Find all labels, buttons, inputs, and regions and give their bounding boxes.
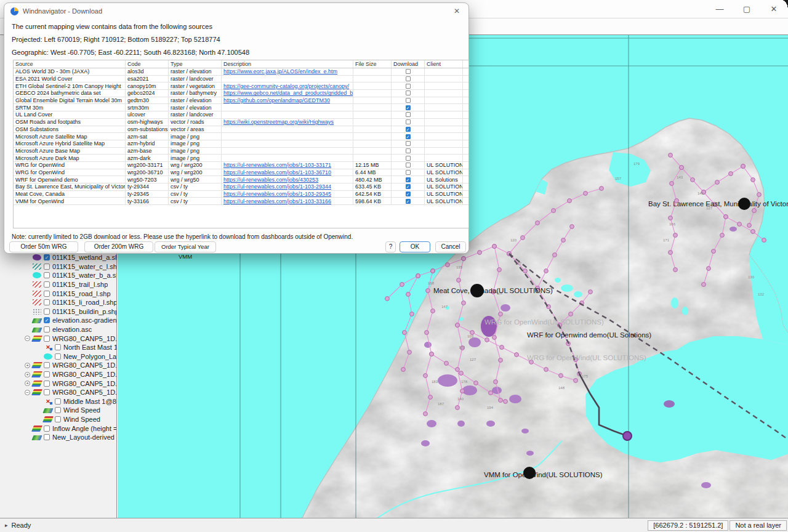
dialog-titlebar[interactable]: Windnavigator - Download ✕ xyxy=(4,3,468,19)
layer-visibility-checkbox[interactable] xyxy=(44,381,50,387)
turbine-node[interactable] xyxy=(515,353,519,357)
cancel-button[interactable]: Cancel xyxy=(435,241,466,252)
scrollbar-track[interactable] xyxy=(463,191,468,198)
turbine-node[interactable] xyxy=(460,389,465,393)
turbine-node[interactable] xyxy=(430,352,434,357)
expand-icon[interactable]: + xyxy=(25,381,30,386)
scrollbar-track[interactable] xyxy=(463,140,468,147)
help-button[interactable]: ? xyxy=(385,241,396,252)
turbine-node[interactable] xyxy=(751,178,755,182)
source-row[interactable]: Bay St. Lawrence East, Municipality of V… xyxy=(14,183,468,191)
download-checkbox[interactable] xyxy=(406,156,411,161)
layer-visibility-checkbox[interactable] xyxy=(44,326,50,332)
turbine-node[interactable] xyxy=(425,331,429,335)
layer-tree-item[interactable]: 011K15_li_road_l.shp xyxy=(25,298,116,307)
turbine-node[interactable] xyxy=(431,309,435,313)
turbine-node[interactable] xyxy=(400,283,404,287)
turbine-node[interactable] xyxy=(669,251,673,255)
ok-button[interactable]: OK xyxy=(400,241,430,252)
source-row[interactable]: OSM Roads and footpathsosm-highwaysvecto… xyxy=(14,119,468,126)
turbine-node[interactable] xyxy=(553,253,557,257)
turbine-node[interactable] xyxy=(747,224,752,228)
layer-visibility-checkbox[interactable] xyxy=(44,299,50,305)
layer-tree-item[interactable]: +WRG80_CANP5_1D.WRG adj xyxy=(25,370,116,379)
layer-visibility-checkbox[interactable] xyxy=(44,362,50,368)
description-link[interactable]: https://www.gebco.net/data_and_products/… xyxy=(223,90,353,96)
turbine-node[interactable] xyxy=(707,267,711,271)
description-link[interactable]: https://gee-community-catalog.org/projec… xyxy=(223,83,349,89)
turbine-node[interactable] xyxy=(489,391,493,395)
turbine-node[interactable] xyxy=(729,172,733,176)
column-header[interactable]: Code xyxy=(126,60,169,68)
turbine-node[interactable] xyxy=(536,221,540,225)
download-checkbox[interactable] xyxy=(406,148,411,153)
turbine-node[interactable] xyxy=(499,358,503,363)
turbine-node[interactable] xyxy=(552,209,556,213)
column-header[interactable]: Description xyxy=(222,60,353,68)
layer-visibility-checkbox[interactable] xyxy=(44,425,50,432)
turbine-node[interactable] xyxy=(584,191,588,196)
description-link[interactable]: https://ul-renewables.com/jobs/1-103-367… xyxy=(223,169,331,175)
column-header[interactable]: Client xyxy=(425,60,463,68)
turbine-node[interactable] xyxy=(499,398,503,403)
turbine-node[interactable] xyxy=(446,263,450,267)
turbine-node[interactable] xyxy=(521,236,525,240)
turbine-node[interactable] xyxy=(478,251,482,255)
source-row[interactable]: SRTM 30msrtm30mraster / elevation✓ xyxy=(14,104,468,111)
layer-visibility-checkbox[interactable] xyxy=(55,353,61,360)
turbine-node[interactable] xyxy=(544,368,549,372)
source-row[interactable]: ALOS World 3D - 30m (JAXA)alos3draster /… xyxy=(14,68,468,76)
turbine-node[interactable] xyxy=(444,361,449,366)
turbine-node[interactable] xyxy=(670,182,674,186)
turbine-node[interactable] xyxy=(569,312,573,316)
turbine-node[interactable] xyxy=(485,338,489,342)
turbine-node[interactable] xyxy=(492,244,497,249)
layer-tree-item[interactable]: ✕Middle Mast 1@80m xyxy=(25,397,116,406)
download-checkbox[interactable]: ✓ xyxy=(406,199,411,204)
turbine-node[interactable] xyxy=(669,153,673,158)
site-marker[interactable] xyxy=(470,284,484,297)
turbine-node[interactable] xyxy=(408,350,412,355)
description-link[interactable]: https://www.eorc.jaxa.jp/ALOS/en/index_e… xyxy=(223,68,337,75)
download-checkbox[interactable]: ✓ xyxy=(406,184,411,189)
source-row[interactable]: Microsoft Azure Hybrid Satellite Mapazm-… xyxy=(14,140,468,148)
description-link[interactable]: https://ul-renewables.com/jobs/1-103-293… xyxy=(223,191,331,197)
download-checkbox[interactable] xyxy=(406,112,411,117)
turbine-node[interactable] xyxy=(752,209,757,213)
download-checkbox[interactable] xyxy=(406,119,411,124)
turbine-node[interactable] xyxy=(570,225,574,229)
layer-visibility-checkbox[interactable]: ✓ xyxy=(44,317,50,323)
source-row[interactable]: ESA 2021 World Coveresa2021raster / land… xyxy=(14,76,468,83)
turbine-node[interactable] xyxy=(500,345,504,350)
layer-visibility-checkbox[interactable]: ✓ xyxy=(44,254,50,260)
turbine-node[interactable] xyxy=(523,269,528,273)
substation-node[interactable] xyxy=(623,432,632,440)
turbine-node[interactable] xyxy=(456,368,460,372)
turbine-node[interactable] xyxy=(720,233,725,238)
scrollbar-track[interactable] xyxy=(463,97,468,104)
layer-tree-item[interactable]: ✓011K15_wetland_a.shp xyxy=(25,253,116,262)
scrollbar-track[interactable] xyxy=(463,183,468,190)
turbine-node[interactable] xyxy=(492,336,497,340)
source-row[interactable]: GEBCO 2024 bathymetric data setgebco2024… xyxy=(14,90,468,97)
download-checkbox[interactable] xyxy=(406,98,411,103)
column-header[interactable] xyxy=(463,60,468,68)
layer-visibility-checkbox[interactable] xyxy=(44,389,50,395)
turbine-node[interactable] xyxy=(431,269,435,273)
turbine-node[interactable] xyxy=(462,301,466,305)
scrollbar-track[interactable] xyxy=(463,176,468,183)
minimize-button[interactable]: — xyxy=(710,1,729,16)
source-row[interactable]: Meat Cove, Canadaty-29345csv / tyhttps:/… xyxy=(14,191,468,198)
column-header[interactable]: Source xyxy=(14,60,126,68)
scrollbar-track[interactable] xyxy=(463,133,468,140)
collapse-icon[interactable]: − xyxy=(25,390,30,395)
scrollbar-track[interactable] xyxy=(463,155,468,161)
turbine-node[interactable] xyxy=(403,331,407,335)
source-row[interactable]: OSM Substationsosm-substationsvector / a… xyxy=(14,126,468,134)
turbine-node[interactable] xyxy=(574,379,578,383)
dialog-close-icon[interactable]: ✕ xyxy=(451,7,462,15)
source-row[interactable]: UL Land Coverulcoverraster / landcover xyxy=(14,111,468,119)
turbine-node[interactable] xyxy=(424,412,428,416)
turbine-node[interactable] xyxy=(410,312,414,316)
layer-tree-item[interactable]: 011K15_water_b_a.shp xyxy=(25,271,116,280)
